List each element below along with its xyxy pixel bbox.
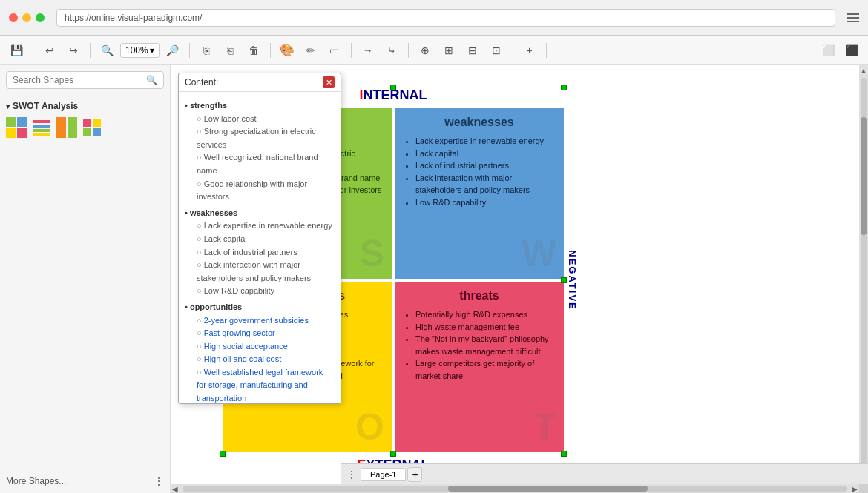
selection-handle-br[interactable] <box>561 451 567 457</box>
vertical-scrollbar[interactable]: ▲ ▼ <box>859 65 868 484</box>
list-item: Lack expertise in renewable energy <box>415 135 555 148</box>
content-list: strengths Low labor cost Strong speciali… <box>185 99 335 403</box>
svg-rect-1 <box>17 117 27 127</box>
sidebar-collapse-button[interactable]: ⋮ <box>154 475 164 487</box>
threats-watermark: T <box>533 406 556 449</box>
negative-label: NEGATIVE <box>567 250 578 311</box>
shape-icon-4[interactable] <box>82 117 102 138</box>
list-item: Strong specialization in electric servic… <box>197 125 335 151</box>
list-item: Well established legal framework for sto… <box>197 366 335 403</box>
selection-handle-right[interactable] <box>561 277 567 283</box>
svg-rect-8 <box>56 117 66 138</box>
shape-style-button[interactable]: ▭ <box>324 40 345 61</box>
horizontal-scrollbar[interactable]: ◀ ▶ <box>171 484 859 493</box>
line-color-button[interactable]: ✏ <box>300 40 321 61</box>
list-item: Lack expertise in renewable energy <box>197 219 335 233</box>
page-tab-menu-button[interactable]: ⋮ <box>344 467 359 482</box>
toolbar: 💾 ↩ ↪ 🔍 100% ▾ 🔎 ⎘ ⎗ 🗑 🎨 ✏ ▭ → ⤷ ⊕ ⊞ ⊟ ⊡… <box>0 36 868 65</box>
svg-rect-0 <box>6 117 16 127</box>
save-button[interactable]: 💾 <box>6 40 27 61</box>
svg-rect-11 <box>93 119 101 127</box>
swot-section: ▾ SWOT Analysis <box>0 95 170 144</box>
sidebar-bottom: More Shapes... ⋮ <box>0 469 170 493</box>
svg-rect-7 <box>33 133 50 136</box>
shape-icons-row <box>6 114 164 141</box>
opportunities-watermark: O <box>355 406 384 449</box>
shape-icon-1[interactable] <box>6 117 27 138</box>
list-item: Low R&D capability <box>415 196 555 209</box>
redo-button[interactable]: ↪ <box>63 40 84 61</box>
zoom-in-button[interactable]: 🔍 <box>96 40 117 61</box>
swot-section-header[interactable]: ▾ SWOT Analysis <box>6 98 164 114</box>
browser-chrome: https://online.visual-paradigm.com/ <box>0 0 868 36</box>
list-item: Potentially high R&D expenses <box>415 308 555 321</box>
svg-rect-5 <box>33 125 50 128</box>
list-item: High oil and coal cost <box>197 353 335 366</box>
selection-handle-tr[interactable] <box>561 85 567 90</box>
zoom-out-button[interactable]: 🔎 <box>162 40 183 61</box>
zoom-level: 100% <box>125 45 148 56</box>
weaknesses-list: Lack expertise in renewable energy Lack … <box>404 135 555 208</box>
search-box[interactable]: 🔍 <box>6 71 164 89</box>
more-shapes-button[interactable]: More Shapes... <box>6 476 66 486</box>
content-panel-body: strengths Low labor cost Strong speciali… <box>179 92 341 403</box>
list-item: Large competitors get majority of market… <box>415 357 555 382</box>
swot-section-label: SWOT Analysis <box>13 101 78 111</box>
arrow-button[interactable]: → <box>358 40 378 61</box>
content-category-weaknesses: weaknesses Lack expertise in renewable e… <box>185 207 335 298</box>
panel-toggle-2[interactable]: ⬛ <box>841 40 862 61</box>
toolbar-separator-5 <box>351 43 352 58</box>
list-item: Lack capital <box>197 233 335 246</box>
opportunities-sublist: 2-year government subsidies Fast growing… <box>185 314 335 404</box>
paste-button[interactable]: ⎗ <box>220 40 240 61</box>
fill-color-button[interactable]: 🎨 <box>277 40 297 61</box>
toolbar-separator <box>33 43 33 58</box>
svg-rect-12 <box>83 128 91 136</box>
weaknesses-watermark: W <box>522 232 556 275</box>
browser-menu-icon[interactable] <box>847 13 859 22</box>
copy-button[interactable]: ⎘ <box>196 40 217 61</box>
list-item: Low R&D capability <box>197 285 335 298</box>
section-arrow-icon: ▾ <box>6 102 10 110</box>
selection-handle-bl[interactable] <box>220 451 226 457</box>
svg-rect-3 <box>17 128 27 138</box>
search-input[interactable] <box>13 75 146 85</box>
toolbar-separator-4 <box>270 43 271 58</box>
group-button[interactable]: ⊕ <box>415 40 435 61</box>
maximize-button[interactable] <box>36 13 45 22</box>
threats-cell: threats Potentially high R&D expenses Hi… <box>395 282 564 452</box>
undo-button[interactable]: ↩ <box>39 40 60 61</box>
canvas-area[interactable]: INTERNAL POSITIVE NEGATIVE strengths Low… <box>171 65 868 493</box>
connector-button[interactable]: ⤷ <box>381 40 402 61</box>
page-tab-1[interactable]: Page-1 <box>361 468 406 481</box>
close-button[interactable] <box>9 13 18 22</box>
scrollbar-track-x[interactable] <box>183 486 847 492</box>
layout-button[interactable]: ⊟ <box>462 40 483 61</box>
arrange-button[interactable]: ⊞ <box>438 40 459 61</box>
add-page-button[interactable]: + <box>407 467 422 482</box>
sidebar: 🔍 ▾ SWOT Analysis <box>0 65 171 493</box>
scrollbar-thumb-x[interactable] <box>448 486 648 492</box>
url-bar[interactable]: https://online.visual-paradigm.com/ <box>56 9 835 27</box>
panel-toggle-1[interactable]: ⬜ <box>818 40 838 61</box>
content-category-opportunities: opportunities 2-year government subsidie… <box>185 301 335 403</box>
add-button[interactable]: + <box>519 40 540 61</box>
shape-icon-3[interactable] <box>56 117 77 138</box>
strengths-sublist: Low labor cost Strong specialization in … <box>185 113 335 204</box>
canvas-content: INTERNAL POSITIVE NEGATIVE strengths Low… <box>171 65 859 484</box>
svg-rect-2 <box>6 128 16 138</box>
selection-handle-top[interactable] <box>390 85 396 90</box>
toolbar-separator-7 <box>513 43 513 58</box>
selection-handle-bottom[interactable] <box>390 451 396 457</box>
shape-icon-2[interactable] <box>31 117 52 138</box>
delete-button[interactable]: 🗑 <box>243 40 264 61</box>
align-button[interactable]: ⊡ <box>486 40 507 61</box>
minimize-button[interactable] <box>22 13 31 22</box>
zoom-control[interactable]: 100% ▾ <box>120 43 160 58</box>
list-item: Lack interaction with major stakeholders… <box>197 259 335 285</box>
scrollbar-thumb-y[interactable] <box>861 117 867 235</box>
content-panel-close-button[interactable]: ✕ <box>323 76 335 88</box>
search-icon: 🔍 <box>146 75 157 85</box>
list-item: Low labor cost <box>197 113 335 126</box>
weaknesses-cell: weaknesses Lack expertise in renewable e… <box>395 108 564 279</box>
